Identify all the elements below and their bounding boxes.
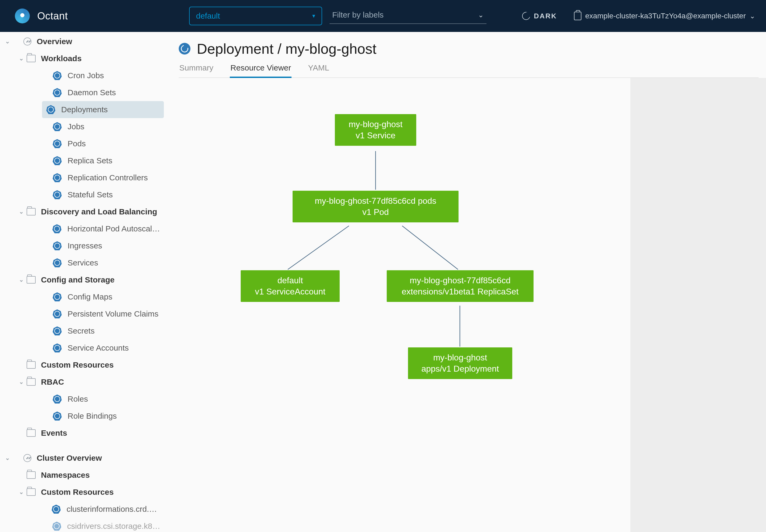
chevron-down-icon: ⌄ (16, 379, 27, 385)
sidebar-item-service-accounts[interactable]: Service Accounts (0, 339, 166, 356)
sidebar-nav: ⌄ Overview ⌄ Workloads Cron Jobs Daemon … (0, 32, 166, 532)
app-header: Octant default ▾ Filter by labels ⌄ DARK… (0, 0, 766, 32)
sidebar-item-secrets[interactable]: Secrets (0, 322, 166, 339)
k8s-icon (53, 412, 62, 421)
label-filter-input[interactable]: Filter by labels ⌄ (330, 8, 486, 24)
main-content: Deployment / my-blog-ghost Summary Resou… (166, 32, 766, 532)
svg-line-2 (402, 226, 458, 269)
clipboard-icon (574, 12, 581, 20)
context-value: example-cluster-ka3TuTzYo4a@example-clus… (585, 12, 746, 20)
k8s-icon (53, 139, 62, 148)
sidebar-group-rbac[interactable]: ⌄ RBAC (0, 373, 166, 390)
graph-node-service[interactable]: my-blog-ghost v1 Service (335, 114, 416, 146)
sidebar-section-overview[interactable]: ⌄ Overview (0, 33, 166, 50)
chevron-down-icon: ⌄ (2, 38, 13, 45)
folder-icon (27, 208, 36, 215)
k8s-icon (53, 173, 62, 182)
k8s-icon (53, 190, 62, 199)
filter-placeholder: Filter by labels (332, 10, 384, 19)
sidebar-group-events[interactable]: Events (0, 425, 166, 442)
k8s-icon (53, 241, 62, 250)
k8s-icon (52, 224, 61, 233)
sidebar-item-hpa[interactable]: Horizontal Pod Autoscalers (0, 220, 166, 237)
dark-label: DARK (534, 12, 557, 20)
folder-icon (27, 361, 36, 369)
folder-icon (27, 276, 36, 284)
namespace-value: default (196, 11, 220, 20)
k8s-icon (46, 105, 55, 114)
sidebar-item-stateful-sets[interactable]: Stateful Sets (0, 186, 166, 203)
k8s-icon (53, 156, 62, 165)
graph-edges (179, 78, 630, 532)
sidebar-item-jobs[interactable]: Jobs (0, 118, 166, 135)
sidebar-item-replication-controllers[interactable]: Replication Controllers (0, 169, 166, 186)
content-tabs: Summary Resource Viewer YAML (179, 63, 759, 78)
octant-logo-icon (15, 9, 30, 23)
k8s-icon (53, 88, 62, 97)
tab-resource-viewer[interactable]: Resource Viewer (230, 63, 292, 78)
k8s-icon (53, 394, 62, 404)
sidebar-group-workloads[interactable]: ⌄ Workloads (0, 50, 166, 67)
tab-yaml[interactable]: YAML (307, 63, 330, 77)
k8s-icon (53, 309, 62, 318)
sidebar-item-daemon-sets[interactable]: Daemon Sets (0, 84, 166, 101)
folder-icon (27, 55, 36, 62)
folder-icon (27, 471, 36, 479)
graph-node-deployment[interactable]: my-blog-ghost apps/v1 Deployment (408, 347, 512, 379)
folder-icon (27, 488, 36, 496)
details-side-panel (630, 78, 766, 532)
sidebar-section-cluster-overview[interactable]: ⌄ Cluster Overview (0, 450, 166, 467)
sidebar-item-csidrivers[interactable]: csidrivers.csi.storage.k8s.io (0, 518, 166, 532)
k8s-icon (53, 258, 62, 267)
sidebar-item-cron-jobs[interactable]: Cron Jobs (0, 67, 166, 84)
k8s-icon (53, 122, 62, 131)
compass-icon (23, 38, 31, 45)
chevron-down-icon: ⌄ (16, 276, 27, 283)
chevron-down-icon: ⌄ (478, 11, 484, 19)
sidebar-item-roles[interactable]: Roles (0, 390, 166, 408)
chevron-down-icon: ⌄ (16, 55, 27, 62)
sidebar-item-pods[interactable]: Pods (0, 135, 166, 152)
graph-node-pod[interactable]: my-blog-ghost-77df85c6cd pods v1 Pod (293, 191, 459, 222)
sidebar-item-config-maps[interactable]: Config Maps (0, 288, 166, 305)
k8s-icon (53, 326, 62, 335)
resource-graph[interactable]: my-blog-ghost v1 Service my-blog-ghost-7… (179, 78, 630, 532)
sidebar-group-config-storage[interactable]: ⌄ Config and Storage (0, 271, 166, 288)
sidebar-group-discovery[interactable]: ⌄ Discovery and Load Balancing (0, 203, 166, 220)
sidebar-group-custom-resources[interactable]: Custom Resources (0, 356, 166, 373)
graph-node-service-account[interactable]: default v1 ServiceAccount (241, 270, 340, 302)
k8s-icon (53, 292, 62, 301)
k8s-icon (53, 71, 62, 80)
folder-icon (27, 378, 36, 386)
graph-node-replicaset[interactable]: my-blog-ghost-77df85c6cd extensions/v1be… (387, 270, 534, 302)
svg-line-1 (288, 226, 349, 269)
chevron-down-icon: ⌄ (750, 12, 755, 20)
dark-mode-toggle[interactable]: DARK (522, 12, 557, 20)
tab-summary[interactable]: Summary (179, 63, 214, 77)
sidebar-item-pvc[interactable]: Persistent Volume Claims (0, 305, 166, 322)
chevron-down-icon: ⌄ (16, 208, 27, 215)
sidebar-item-role-bindings[interactable]: Role Bindings (0, 408, 166, 425)
chevron-down-icon: ⌄ (2, 455, 13, 462)
cluster-context-select[interactable]: example-cluster-ka3TuTzYo4a@example-clus… (574, 12, 755, 20)
sidebar-item-ingresses[interactable]: Ingresses (0, 237, 166, 254)
moon-icon (522, 12, 530, 20)
k8s-icon (52, 522, 61, 531)
sidebar-item-services[interactable]: Services (0, 254, 166, 271)
deployment-icon (179, 43, 190, 55)
caret-down-icon: ▾ (312, 13, 315, 19)
brand-name: Octant (37, 10, 68, 22)
sidebar-group-namespaces[interactable]: Namespaces (0, 467, 166, 484)
chevron-down-icon: ⌄ (16, 489, 27, 496)
sidebar-item-deployments[interactable]: Deployments (42, 101, 164, 118)
sidebar-item-clusterinformations[interactable]: clusterinformations.crd.projec (0, 501, 166, 518)
namespace-select[interactable]: default ▾ (189, 7, 322, 25)
k8s-icon (53, 343, 62, 352)
compass-icon (23, 454, 31, 462)
k8s-icon (52, 505, 61, 514)
sidebar-group-cluster-custom-resources[interactable]: ⌄ Custom Resources (0, 484, 166, 501)
folder-icon (27, 429, 36, 437)
page-title: Deployment / my-blog-ghost (197, 40, 376, 57)
sidebar-item-replica-sets[interactable]: Replica Sets (0, 152, 166, 169)
